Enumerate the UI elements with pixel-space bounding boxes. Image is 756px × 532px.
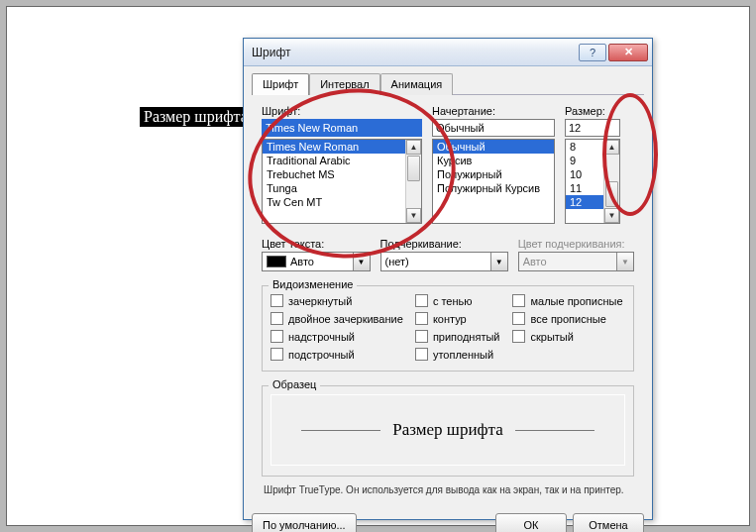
effects-group: Видоизменение зачеркнутый двойное зачерк… <box>262 285 634 372</box>
truetype-note: Шрифт TrueType. Он используется для выво… <box>264 484 632 495</box>
checkbox-hidden[interactable]: скрытый <box>512 330 625 343</box>
scrollbar[interactable]: ▲ ▼ <box>405 140 421 223</box>
font-listbox[interactable]: Times New Roman Traditional Arabic Trebu… <box>262 139 422 224</box>
default-button[interactable]: По умолчанию... <box>252 513 357 532</box>
chevron-down-icon: ▼ <box>616 253 633 270</box>
chevron-down-icon[interactable]: ▼ <box>353 253 370 270</box>
tab-interval[interactable]: Интервал <box>309 73 379 95</box>
checkbox-double-strike[interactable]: двойное зачеркивание <box>270 312 411 325</box>
font-label: Шрифт: <box>262 105 422 117</box>
checkbox-emboss[interactable]: приподнятый <box>415 330 509 343</box>
tab-font[interactable]: Шрифт <box>252 73 309 95</box>
checkbox-engrave[interactable]: утопленный <box>415 348 509 361</box>
tab-animation[interactable]: Анимация <box>380 73 454 95</box>
underline-color-combo: Авто ▼ <box>518 252 634 271</box>
list-item[interactable]: Tunga <box>263 181 405 195</box>
checkbox-outline[interactable]: контур <box>415 312 509 325</box>
color-swatch-icon <box>267 256 286 267</box>
list-item[interactable]: 11 <box>566 181 603 195</box>
cancel-button[interactable]: Отмена <box>573 513 644 532</box>
underline-color-label: Цвет подчеркивания: <box>518 238 634 250</box>
list-item[interactable]: Полужирный Курсив <box>433 181 554 195</box>
panel: Шрифт: Times New Roman Traditional Arabi… <box>252 95 644 505</box>
list-item[interactable]: Курсив <box>433 154 554 167</box>
close-button[interactable]: ✕ <box>608 44 648 61</box>
scroll-up-icon[interactable]: ▲ <box>406 140 421 155</box>
color-label: Цвет текста: <box>262 238 371 250</box>
button-bar: По умолчанию... ОК Отмена <box>244 505 652 532</box>
underline-combo[interactable]: (нет) ▼ <box>380 252 508 271</box>
size-listbox[interactable]: 8 9 10 11 12 ▲ ▼ <box>565 139 620 224</box>
style-listbox[interactable]: Обычный Курсив Полужирный Полужирный Кур… <box>432 139 555 224</box>
checkbox-strikethrough[interactable]: зачеркнутый <box>270 294 411 307</box>
font-color-combo[interactable]: Авто ▼ <box>262 252 371 271</box>
dialog-title: Шрифт <box>252 46 579 59</box>
sample-legend: Образец <box>269 378 320 390</box>
list-item[interactable]: Times New Roman <box>263 140 405 154</box>
effects-legend: Видоизменение <box>269 278 357 290</box>
scroll-up-icon[interactable]: ▲ <box>604 140 619 155</box>
font-input[interactable] <box>262 119 422 137</box>
checkbox-shadow[interactable]: с тенью <box>415 294 509 307</box>
titlebar[interactable]: Шрифт ? ✕ <box>244 39 652 66</box>
scroll-down-icon[interactable]: ▼ <box>406 208 421 223</box>
checkbox-allcaps[interactable]: все прописные <box>512 312 625 325</box>
font-dialog: Шрифт ? ✕ Шрифт Интервал Анимация Шрифт:… <box>243 38 653 520</box>
color-value: Авто <box>290 256 314 267</box>
size-input[interactable] <box>565 119 620 137</box>
list-item[interactable]: Trebuchet MS <box>263 167 405 181</box>
sample-rule-left <box>301 430 380 431</box>
list-item[interactable]: 9 <box>566 154 603 167</box>
style-label: Начертание: <box>432 105 555 117</box>
underline-label: Подчеркивание: <box>380 238 508 250</box>
scrollbar[interactable]: ▲ ▼ <box>603 140 619 223</box>
sample-text: Размер шрифта <box>392 420 502 440</box>
checkbox-smallcaps[interactable]: малые прописные <box>512 294 625 307</box>
underline-color-value: Авто <box>523 256 547 267</box>
size-label: Размер: <box>565 105 620 117</box>
list-item[interactable]: Полужирный <box>433 167 554 181</box>
underline-value: (нет) <box>385 256 409 267</box>
style-input[interactable] <box>432 119 555 137</box>
ok-button[interactable]: ОК <box>495 513 567 532</box>
list-item[interactable]: 8 <box>566 140 603 154</box>
list-item[interactable]: Обычный <box>433 140 554 154</box>
scroll-down-icon[interactable]: ▼ <box>604 208 619 223</box>
list-item[interactable]: 12 <box>566 195 603 209</box>
tab-bar: Шрифт Интервал Анимация <box>252 72 644 95</box>
chevron-down-icon[interactable]: ▼ <box>490 253 507 270</box>
selected-text[interactable]: Размер шрифта <box>140 107 252 127</box>
checkbox-subscript[interactable]: подстрочный <box>270 348 411 361</box>
list-item[interactable]: Tw Cen MT <box>263 195 405 209</box>
sample-rule-right <box>515 430 594 431</box>
checkbox-superscript[interactable]: надстрочный <box>270 330 411 343</box>
sample-group: Образец Размер шрифта <box>262 385 634 477</box>
list-item[interactable]: Traditional Arabic <box>263 154 405 167</box>
list-item[interactable]: 10 <box>566 167 603 181</box>
help-button[interactable]: ? <box>579 44 606 61</box>
